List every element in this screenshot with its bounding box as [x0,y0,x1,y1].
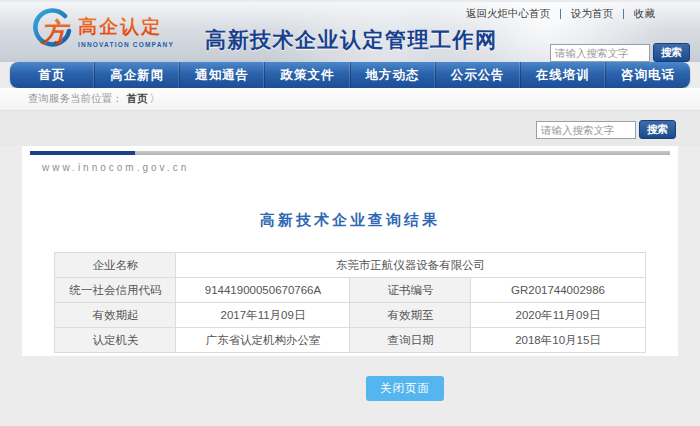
cell-cert-no-value: GR201744002986 [471,278,645,303]
cell-valid-from-label: 有效期起 [55,303,176,328]
nav-item-training[interactable]: 在线培训 [521,62,606,88]
header-search-button[interactable]: 搜索 [653,43,690,62]
cell-authority-label: 认定机关 [55,328,176,353]
nav-item-notices[interactable]: 通知通告 [180,62,265,88]
top-utility-links: 返回火炬中心首页 设为首页 收藏 [466,7,655,21]
site-logo: 方 高企认定 INNOVATION COMPANY [28,8,174,54]
site-url-watermark: www.innocom.gov.cn [42,162,678,173]
table-row: 企业名称 东莞市正航仪器设备有限公司 [55,253,645,278]
nav-item-publicity[interactable]: 公示公告 [436,62,521,88]
breadcrumb-home-link[interactable]: 首页 [127,92,148,106]
breadcrumb-arrow: 〉 [150,92,161,106]
nav-item-local[interactable]: 地方动态 [351,62,436,88]
query-result-title: 高新技术企业查询结果 [22,211,678,230]
footer-actions: 关闭页面 [0,376,700,401]
cell-valid-to-value: 2020年11月09日 [471,303,645,328]
cell-query-date-label: 查询日期 [350,328,471,353]
cell-valid-to-label: 有效期至 [350,303,471,328]
query-result-table: 企业名称 东莞市正航仪器设备有限公司 统一社会信用代码 914419000506… [54,252,645,353]
nav-item-policies[interactable]: 政策文件 [265,62,350,88]
link-set-home[interactable]: 设为首页 [571,7,613,21]
table-row: 统一社会信用代码 91441900050670766A 证书编号 GR20174… [55,278,645,303]
link-favorite[interactable]: 收藏 [634,7,655,21]
cell-company-label: 企业名称 [55,253,176,278]
logo-swoosh-icon: 方 [28,8,74,54]
logo-name: 高企认定 [78,14,174,40]
secondary-search-input[interactable] [536,121,636,139]
toolbar-band: 搜索 [0,110,700,146]
cell-query-date-value: 2018年10月15日 [471,328,645,353]
link-separator [560,9,561,19]
secondary-search: 搜索 [536,120,676,139]
cell-cert-no-label: 证书编号 [350,278,471,303]
table-row: 认定机关 广东省认定机构办公室 查询日期 2018年10月15日 [55,328,645,353]
cell-credit-code-value: 91441900050670766A [176,278,350,303]
close-page-button[interactable]: 关闭页面 [366,376,444,401]
breadcrumb: 查询服务当前位置： 首页 〉 [0,88,700,110]
cell-credit-code-label: 统一社会信用代码 [55,278,176,303]
cell-authority-value: 广东省认定机构办公室 [176,328,350,353]
secondary-search-button[interactable]: 搜索 [639,120,676,139]
site-header: 方 高企认定 INNOVATION COMPANY 高新技术企业认定管理工作网 … [0,0,700,62]
page-title: 高新技术企业认定管理工作网 [205,26,498,54]
link-torch-home[interactable]: 返回火炬中心首页 [466,7,550,21]
content-card: www.innocom.gov.cn 高新技术企业查询结果 企业名称 东莞市正航… [22,146,678,356]
card-divider [30,151,670,155]
logo-subtitle: INNOVATION COMPANY [78,41,174,48]
main-nav: 首页 高企新闻 通知通告 政策文件 地方动态 公示公告 在线培训 咨询电话 [10,62,690,88]
table-row: 有效期起 2017年11月09日 有效期至 2020年11月09日 [55,303,645,328]
breadcrumb-prefix: 查询服务当前位置： [28,92,123,106]
cell-valid-from-value: 2017年11月09日 [176,303,350,328]
cell-company-value: 东莞市正航仪器设备有限公司 [176,253,645,278]
nav-item-home[interactable]: 首页 [10,62,95,88]
link-separator [623,9,624,19]
header-search-input[interactable] [550,44,650,62]
nav-item-phone[interactable]: 咨询电话 [606,62,690,88]
svg-text:方: 方 [39,17,71,47]
header-search: 搜索 [550,43,690,62]
nav-item-news[interactable]: 高企新闻 [95,62,180,88]
